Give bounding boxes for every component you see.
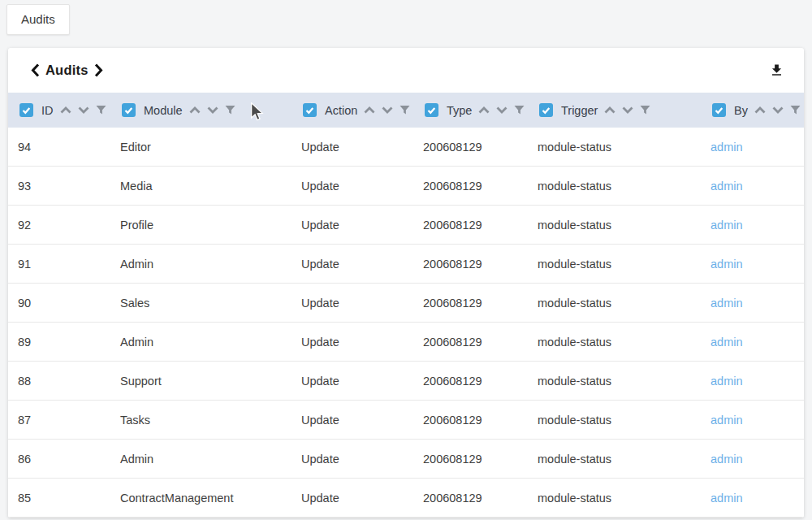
by-cell: admin: [701, 414, 804, 427]
table-row[interactable]: 93 Media Update 200608129 module-status …: [8, 167, 804, 206]
by-user-link[interactable]: admin: [710, 492, 743, 505]
by-user-link[interactable]: admin: [710, 375, 743, 388]
sort-descending-icon[interactable]: [772, 106, 784, 114]
trigger-cell: module-status: [528, 414, 701, 427]
table-row[interactable]: 89 Admin Update 200608129 module-status …: [8, 323, 804, 362]
module-cell: Support: [110, 375, 292, 388]
type-column-checkbox[interactable]: [425, 103, 438, 117]
by-cell: admin: [701, 258, 804, 271]
by-user-link[interactable]: admin: [710, 297, 743, 310]
type-cell: 200608129: [413, 219, 528, 232]
card-title-group: Audits: [31, 63, 103, 78]
action-cell: Update: [292, 219, 413, 232]
action-cell: Update: [292, 258, 413, 271]
sort-descending-icon[interactable]: [207, 106, 218, 114]
by-user-link[interactable]: admin: [710, 453, 743, 466]
column-label-module: Module: [144, 104, 183, 117]
download-button[interactable]: [767, 59, 786, 81]
by-cell: admin: [701, 453, 804, 466]
table-row[interactable]: 87 Tasks Update 200608129 module-status …: [8, 401, 804, 440]
page-title: Audits: [45, 63, 89, 78]
chevron-right-icon[interactable]: [94, 63, 103, 77]
action-cell: Update: [292, 453, 413, 466]
id-column-checkbox[interactable]: [19, 103, 33, 117]
module-cell: ContractManagement: [110, 492, 292, 505]
column-label-trigger: Trigger: [561, 104, 598, 117]
action-cell: Update: [292, 336, 413, 349]
trigger-cell: module-status: [528, 219, 701, 232]
column-header-type: Type: [413, 93, 528, 128]
table-row[interactable]: 88 Support Update 200608129 module-statu…: [8, 362, 804, 401]
sort-descending-icon[interactable]: [78, 106, 89, 114]
by-user-link[interactable]: admin: [710, 180, 743, 193]
table-row[interactable]: 86 Admin Update 200608129 module-status …: [8, 440, 804, 479]
id-cell: 87: [8, 414, 110, 427]
id-cell: 85: [8, 492, 110, 505]
by-user-link[interactable]: admin: [710, 414, 743, 427]
trigger-cell: module-status: [528, 297, 701, 310]
type-cell: 200608129: [413, 180, 528, 193]
sort-ascending-icon[interactable]: [478, 106, 490, 114]
column-header-id: ID: [8, 93, 110, 128]
table-row[interactable]: 92 Profile Update 200608129 module-statu…: [8, 206, 804, 245]
column-header-trigger: Trigger: [528, 93, 701, 128]
table-row[interactable]: 85 ContractManagement Update 200608129 m…: [8, 479, 804, 518]
action-cell: Update: [292, 375, 413, 388]
table-row[interactable]: 91 Admin Update 200608129 module-status …: [8, 245, 804, 284]
download-icon: [769, 63, 784, 78]
action-cell: Update: [292, 492, 413, 505]
table-header-row: ID Module Action Type Tr: [8, 93, 804, 128]
column-label-by: By: [734, 104, 748, 117]
id-cell: 89: [8, 336, 110, 349]
filter-icon[interactable]: [96, 105, 106, 115]
sort-ascending-icon[interactable]: [604, 106, 615, 114]
action-cell: Update: [292, 180, 413, 193]
by-cell: admin: [701, 492, 804, 505]
by-user-link[interactable]: admin: [710, 219, 743, 232]
module-cell: Profile: [110, 219, 292, 232]
filter-icon[interactable]: [790, 105, 801, 115]
sort-ascending-icon[interactable]: [189, 106, 201, 114]
module-column-checkbox[interactable]: [122, 103, 136, 117]
sort-descending-icon[interactable]: [496, 106, 508, 114]
action-cell: Update: [292, 414, 413, 427]
by-column-checkbox[interactable]: [712, 103, 726, 117]
sort-ascending-icon[interactable]: [364, 106, 375, 114]
id-cell: 92: [8, 219, 110, 232]
by-user-link[interactable]: admin: [710, 258, 743, 271]
filter-icon[interactable]: [225, 105, 235, 115]
table-row[interactable]: 90 Sales Update 200608129 module-status …: [8, 284, 804, 323]
sort-ascending-icon[interactable]: [60, 106, 71, 114]
id-cell: 94: [8, 141, 110, 154]
table-row[interactable]: 94 Editor Update 200608129 module-status…: [8, 128, 804, 167]
tab-audits[interactable]: Audits: [6, 4, 70, 35]
filter-icon[interactable]: [640, 105, 650, 115]
column-label-action: Action: [325, 104, 357, 117]
id-cell: 88: [8, 375, 110, 388]
filter-icon[interactable]: [400, 105, 410, 115]
by-user-link[interactable]: admin: [710, 336, 743, 349]
type-cell: 200608129: [413, 297, 528, 310]
trigger-column-checkbox[interactable]: [539, 103, 553, 117]
column-label-type: Type: [447, 104, 472, 117]
type-cell: 200608129: [413, 453, 528, 466]
column-header-by: By: [701, 93, 804, 128]
id-cell: 91: [8, 258, 110, 271]
trigger-cell: module-status: [528, 141, 701, 154]
sort-descending-icon[interactable]: [382, 106, 393, 114]
sort-ascending-icon[interactable]: [754, 106, 766, 114]
action-column-checkbox[interactable]: [303, 103, 317, 117]
by-user-link[interactable]: admin: [710, 141, 743, 154]
type-cell: 200608129: [413, 258, 528, 271]
filter-icon[interactable]: [514, 105, 525, 115]
column-header-action: Action: [292, 93, 413, 128]
sort-descending-icon[interactable]: [622, 106, 633, 114]
table-body: 94 Editor Update 200608129 module-status…: [8, 128, 804, 518]
module-cell: Admin: [110, 258, 292, 271]
trigger-cell: module-status: [528, 258, 701, 271]
by-cell: admin: [701, 375, 804, 388]
action-cell: Update: [292, 297, 413, 310]
trigger-cell: module-status: [528, 375, 701, 388]
chevron-left-icon[interactable]: [31, 63, 40, 77]
trigger-cell: module-status: [528, 492, 701, 505]
